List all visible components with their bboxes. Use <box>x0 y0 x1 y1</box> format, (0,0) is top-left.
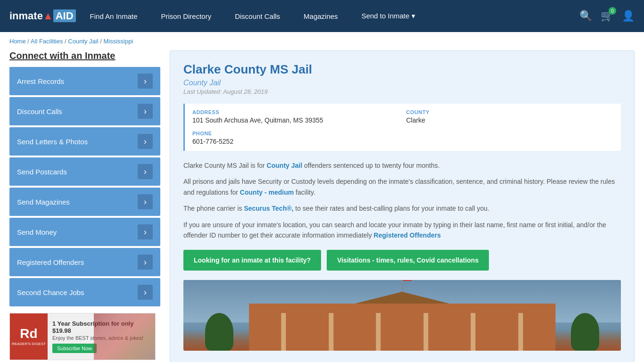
breadcrumb: Home / All Facilities / County Jail / Mi… <box>0 32 644 50</box>
sidebar-item-label: Second Chance Jobs <box>17 288 84 296</box>
county-value: Clarke <box>406 116 614 124</box>
address-value: 101 South Archusa Ave, Quitman, MS 39355 <box>192 116 400 124</box>
ad-subscribe-button[interactable]: Subscribe Now <box>52 344 97 353</box>
sidebar-title: Connect with an Inmate <box>9 50 160 61</box>
ad-line2: Enjoy the BEST stories, advice & jokes! <box>52 335 150 341</box>
last-updated: Last Updated: August 28, 2019 <box>183 88 621 95</box>
sidebar-item-second-chance-jobs[interactable]: Second Chance Jobs › <box>9 278 160 306</box>
chevron-right-icon: › <box>138 224 153 239</box>
tree-left <box>205 313 233 351</box>
description-3: The phone carrier is Securus Tech®, to s… <box>183 203 621 214</box>
sidebar-item-discount-calls[interactable]: Discount Calls › <box>9 97 160 125</box>
sidebar-item-send-money[interactable]: Send Money › <box>9 218 160 246</box>
address-label: ADDRESS <box>192 109 400 115</box>
main-nav: Find An Inmate Prison Directory Discount… <box>90 12 565 20</box>
description-2: All prisons and jails have Security or C… <box>183 176 621 197</box>
header-icons: 🔍 🛒 0 👤 <box>579 10 635 22</box>
facility-type: County Jail <box>183 79 621 87</box>
building-columns <box>260 313 544 351</box>
main-container: Connect with an Inmate Arrest Records › … <box>0 50 644 362</box>
chevron-right-icon: › <box>138 74 153 89</box>
nav-discount-calls[interactable]: Discount Calls <box>235 12 280 20</box>
breadcrumb-all-facilities[interactable]: All Facilities <box>31 38 63 45</box>
rd-full-name: READER'S DIGEST <box>12 342 46 346</box>
nav-prison-directory[interactable]: Prison Directory <box>161 12 212 20</box>
sidebar-item-label: Discount Calls <box>17 107 62 115</box>
breadcrumb-home[interactable]: Home <box>9 38 26 45</box>
registered-offenders-link[interactable]: Registered Offenders <box>374 231 441 239</box>
chevron-right-icon: › <box>138 285 153 300</box>
looking-for-inmate-button[interactable]: Looking for an inmate at this facility? <box>183 250 321 271</box>
ad-content: 1 Year Subscription for only $19.98 Enjo… <box>48 316 155 357</box>
nav-find-inmate[interactable]: Find An Inmate <box>90 12 138 20</box>
ad-line1: 1 Year Subscription for only $19.98 <box>52 320 150 334</box>
county-section: COUNTY Clarke <box>406 109 614 124</box>
cart-icon[interactable]: 🛒 0 <box>601 10 613 22</box>
sidebar-item-label: Send Letters & Photos <box>17 138 88 146</box>
sidebar-item-label: Arrest Records <box>17 77 64 85</box>
tree-right <box>571 313 599 351</box>
chevron-right-icon: › <box>138 255 153 270</box>
sidebar-item-label: Send Magazines <box>17 198 70 206</box>
sidebar-menu: Arrest Records › Discount Calls › Send L… <box>9 67 160 306</box>
facility-info-grid: ADDRESS 101 South Archusa Ave, Quitman, … <box>183 104 621 151</box>
facility-title: Clarke County MS Jail <box>183 62 621 77</box>
sidebar-item-registered-offenders[interactable]: Registered Offenders › <box>9 248 160 276</box>
advertisement: Rd READER'S DIGEST 1 Year Subscription f… <box>9 313 156 360</box>
site-header: inmate▲AID Find An Inmate Prison Directo… <box>0 0 644 32</box>
securus-link[interactable]: Securus Tech®, <box>244 205 293 212</box>
nav-magazines[interactable]: Magazines <box>304 12 338 20</box>
nav-send-to-inmate[interactable]: Send to Inmate ▾ <box>362 12 415 20</box>
chevron-right-icon: › <box>138 164 153 179</box>
search-icon[interactable]: 🔍 <box>579 10 592 22</box>
ad-logo-box: Rd READER'S DIGEST <box>10 313 48 360</box>
chevron-right-icon: › <box>138 134 153 149</box>
description-4: If you are unsure of your inmate's locat… <box>183 220 621 241</box>
chevron-right-icon: › <box>138 104 153 119</box>
rd-logo: Rd <box>20 327 37 340</box>
phone-value: 601-776-5252 <box>192 138 400 145</box>
cart-badge: 0 <box>609 7 616 15</box>
chevron-right-icon: › <box>138 194 153 209</box>
flag <box>403 280 412 281</box>
action-buttons: Looking for an inmate at this facility? … <box>183 250 621 271</box>
phone-section: PHONE 601-776-5252 <box>192 131 400 145</box>
breadcrumb-county-jail[interactable]: County Jail <box>68 38 98 45</box>
sidebar-item-label: Send Money <box>17 228 57 236</box>
sidebar-item-label: Registered Offenders <box>17 258 84 266</box>
facility-image <box>183 280 621 351</box>
logo[interactable]: inmate▲AID <box>9 10 76 22</box>
facility-content: Clarke County MS Jail County Jail Last U… <box>170 50 635 362</box>
address-section: ADDRESS 101 South Archusa Ave, Quitman, … <box>192 109 400 124</box>
sidebar-item-arrest-records[interactable]: Arrest Records › <box>9 67 160 95</box>
sidebar: Connect with an Inmate Arrest Records › … <box>9 50 160 362</box>
user-icon[interactable]: 👤 <box>622 10 635 22</box>
county-jail-link-1[interactable]: County Jail <box>267 162 302 169</box>
county-medium-link[interactable]: County - medium <box>240 189 294 196</box>
visitations-button[interactable]: Visitations - times, rules, Covid cancel… <box>327 250 489 271</box>
breadcrumb-state[interactable]: Mississippi <box>103 38 133 45</box>
county-label: COUNTY <box>406 109 614 115</box>
phone-label: PHONE <box>192 131 400 136</box>
sidebar-item-send-magazines[interactable]: Send Magazines › <box>9 188 160 216</box>
logo-text: inmate▲AID <box>9 10 76 22</box>
sidebar-item-label: Send Postcards <box>17 168 67 176</box>
description-1: Clarke County MS Jail is for County Jail… <box>183 160 621 171</box>
sidebar-item-send-letters[interactable]: Send Letters & Photos › <box>9 127 160 156</box>
sidebar-item-send-postcards[interactable]: Send Postcards › <box>9 157 160 186</box>
